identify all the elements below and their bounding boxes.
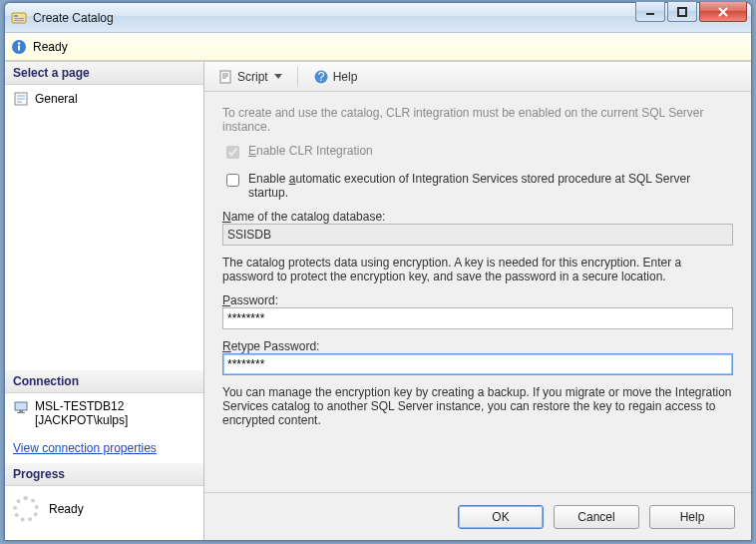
auto-exec-checkbox[interactable] xyxy=(226,174,239,187)
db-name-label: Name of the catalog database: xyxy=(222,210,733,224)
status-bar: Ready xyxy=(5,33,751,61)
intro-text: To create and use the catalog, CLR integ… xyxy=(222,106,733,134)
svg-rect-1 xyxy=(14,15,18,17)
connection-item: MSL-TESTDB12 [JACKPOT\kulps] xyxy=(11,397,197,429)
connection-header: Connection xyxy=(5,370,203,393)
server-name: MSL-TESTDB12 xyxy=(35,399,128,413)
app-icon xyxy=(11,10,27,26)
enable-clr-row: Enable CLR Integration xyxy=(222,144,733,162)
page-general-icon xyxy=(13,91,29,107)
retype-row: Retype Password: xyxy=(222,339,733,375)
password-row: Password: xyxy=(222,293,733,329)
retype-password-input[interactable] xyxy=(222,353,733,375)
dialog-body: Select a page General Connection MSL-TES… xyxy=(5,61,751,540)
manage-text: You can manage the encryption key by cre… xyxy=(222,385,733,427)
script-icon xyxy=(217,69,233,85)
password-label: Password: xyxy=(222,293,733,307)
svg-rect-5 xyxy=(678,8,686,16)
minimize-button[interactable] xyxy=(635,2,665,22)
maximize-icon xyxy=(677,7,687,17)
db-name-row: Name of the catalog database: xyxy=(222,210,733,246)
dialog-window: Create Catalog Ready Select a page xyxy=(4,2,752,541)
close-button[interactable] xyxy=(699,2,747,22)
svg-rect-11 xyxy=(19,410,23,412)
view-connection-properties-link[interactable]: View connection properties xyxy=(5,433,203,463)
db-name-input[interactable] xyxy=(222,224,733,246)
progress-body: Ready xyxy=(5,486,203,540)
window-buttons xyxy=(633,2,747,22)
enable-clr-label: nable CLR Integration xyxy=(256,144,373,158)
right-pane: Script ? Help To create and use the cata… xyxy=(204,62,751,540)
svg-text:?: ? xyxy=(317,70,324,84)
script-button[interactable]: Script xyxy=(210,65,289,89)
chevron-down-icon xyxy=(274,74,282,79)
title-bar[interactable]: Create Catalog xyxy=(5,3,751,33)
svg-rect-12 xyxy=(17,412,25,413)
cancel-button[interactable]: Cancel xyxy=(554,505,639,529)
maximize-button[interactable] xyxy=(667,2,697,22)
svg-rect-13 xyxy=(220,71,230,83)
page-item-label: General xyxy=(35,92,78,106)
progress-text: Ready xyxy=(49,502,84,516)
toolbar: Script ? Help xyxy=(204,62,751,92)
dialog-footer: OK Cancel Help xyxy=(204,492,751,540)
toolbar-separator xyxy=(297,67,298,87)
auto-exec-label: utomatic execution of Integration Servic… xyxy=(248,172,690,200)
retype-label: Retype Password: xyxy=(222,339,733,353)
window-title: Create Catalog xyxy=(33,11,114,25)
svg-rect-4 xyxy=(646,13,654,15)
page-list: General xyxy=(5,85,203,370)
script-label: Script xyxy=(237,70,268,84)
progress-spinner-icon xyxy=(13,496,39,522)
help-toolbar-button[interactable]: ? Help xyxy=(306,65,365,89)
svg-rect-2 xyxy=(14,18,24,19)
svg-rect-10 xyxy=(15,402,27,410)
connection-body: MSL-TESTDB12 [JACKPOT\kulps] xyxy=(5,393,203,433)
help-toolbar-label: Help xyxy=(333,70,358,84)
close-icon xyxy=(717,7,729,17)
progress-header: Progress xyxy=(5,463,203,486)
auto-exec-label-pre: Enable xyxy=(248,172,289,186)
enable-clr-underline: E xyxy=(248,144,256,158)
select-page-header: Select a page xyxy=(5,62,203,85)
info-icon xyxy=(11,39,27,55)
ok-button[interactable]: OK xyxy=(458,505,544,529)
password-input[interactable] xyxy=(222,307,733,329)
minimize-icon xyxy=(645,7,655,17)
status-text: Ready xyxy=(33,40,68,54)
user-name: [JACKPOT\kulps] xyxy=(35,413,128,427)
help-icon: ? xyxy=(313,69,329,85)
help-button[interactable]: Help xyxy=(649,505,735,529)
server-icon xyxy=(13,399,29,415)
auto-exec-row: Enable automatic execution of Integratio… xyxy=(222,172,733,200)
svg-rect-3 xyxy=(14,20,24,21)
protect-text: The catalog protects data using encrypti… xyxy=(222,256,733,283)
svg-point-7 xyxy=(18,42,20,44)
enable-clr-checkbox xyxy=(226,146,239,159)
left-pane: Select a page General Connection MSL-TES… xyxy=(5,62,204,540)
content-area: To create and use the catalog, CLR integ… xyxy=(204,92,751,492)
svg-rect-8 xyxy=(18,45,20,50)
page-item-general[interactable]: General xyxy=(11,89,197,109)
